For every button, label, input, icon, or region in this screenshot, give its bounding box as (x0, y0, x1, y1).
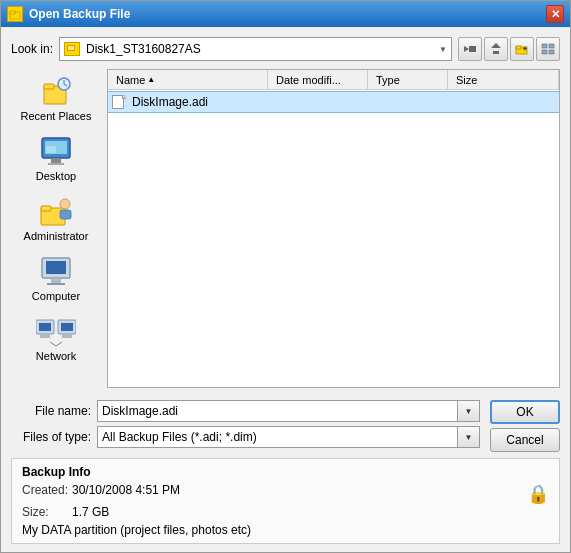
svg-rect-17 (51, 158, 61, 163)
views-button[interactable] (536, 37, 560, 61)
svg-rect-30 (40, 334, 50, 338)
sidebar-item-label-admin: Administrator (24, 230, 89, 242)
file-name-input[interactable] (97, 400, 458, 422)
sidebar-item-label-computer: Computer (32, 290, 80, 302)
svg-rect-32 (61, 323, 73, 331)
sort-arrow-icon: ▲ (147, 75, 155, 84)
sidebar: Recent Places Desktop (11, 69, 101, 388)
look-in-label: Look in: (11, 42, 53, 56)
nav-buttons (458, 37, 560, 61)
action-buttons: OK Cancel (490, 400, 560, 452)
network-icon (36, 316, 76, 348)
ok-button[interactable]: OK (490, 400, 560, 424)
title-bar-left: Open Backup File (7, 6, 130, 22)
backup-created-label: Created: (22, 483, 72, 497)
file-list-header: Name ▲ Date modifi... Type Size (108, 70, 559, 90)
svg-rect-19 (46, 146, 56, 153)
svg-rect-11 (44, 84, 54, 89)
back-button[interactable] (458, 37, 482, 61)
administrator-icon (36, 196, 76, 228)
look-in-value: Disk1_ST3160827AS (86, 42, 433, 56)
backup-info-size-row: Size: 1.7 GB (22, 505, 549, 519)
svg-rect-33 (62, 334, 72, 338)
col-header-name[interactable]: Name ▲ (108, 70, 268, 89)
file-name-input-wrap: ▼ (97, 400, 480, 422)
svg-rect-26 (51, 278, 61, 283)
look-in-dropdown[interactable]: Disk1_ST3160827AS ▼ (59, 37, 452, 61)
look-in-folder-icon (64, 42, 80, 56)
desktop-icon (36, 136, 76, 168)
chevron-down-icon: ▼ (439, 45, 447, 54)
file-type-dropdown-btn[interactable]: ▼ (458, 426, 480, 448)
up-button[interactable] (484, 37, 508, 61)
sidebar-item-label-network: Network (36, 350, 76, 362)
backup-size-label: Size: (22, 505, 72, 519)
backup-info-description: My DATA partition (project files, photos… (22, 523, 549, 537)
svg-rect-18 (48, 163, 64, 165)
svg-rect-29 (39, 323, 51, 331)
close-button[interactable]: ✕ (546, 5, 564, 23)
recent-places-icon (36, 76, 76, 108)
fields-and-info: File name: ▼ Files of type: ▼ (11, 400, 480, 448)
svg-line-35 (56, 342, 62, 346)
cancel-button[interactable]: Cancel (490, 428, 560, 452)
svg-point-22 (60, 199, 70, 209)
sidebar-item-admin[interactable]: Administrator (13, 191, 99, 247)
computer-icon (36, 256, 76, 288)
file-name-row: File name: ▼ (11, 400, 480, 422)
svg-rect-1 (10, 11, 15, 14)
backup-created-value: 30/10/2008 4:51 PM (72, 483, 180, 497)
col-header-date[interactable]: Date modifi... (268, 70, 368, 89)
dialog-icon (7, 6, 23, 22)
sidebar-item-desktop[interactable]: Desktop (13, 131, 99, 187)
file-list-body: DiskImage.adi (108, 90, 559, 387)
svg-rect-3 (516, 46, 521, 49)
sidebar-item-recent[interactable]: Recent Places (13, 71, 99, 127)
col-header-size[interactable]: Size (448, 70, 559, 89)
file-list: Name ▲ Date modifi... Type Size (107, 69, 560, 388)
file-type-row: Files of type: ▼ (11, 426, 480, 448)
file-name-label: File name: (11, 404, 91, 418)
svg-line-34 (50, 342, 56, 346)
lock-icon: 🔒 (527, 483, 549, 505)
rows-wrap: File name: ▼ Files of type: ▼ (11, 400, 560, 452)
backup-size-value: 1.7 GB (72, 505, 109, 519)
svg-rect-9 (549, 50, 554, 54)
file-name-cell: DiskImage.adi (132, 95, 284, 109)
svg-rect-23 (60, 210, 71, 219)
file-name-dropdown-btn[interactable]: ▼ (458, 400, 480, 422)
bottom-area: File name: ▼ Files of type: ▼ (11, 394, 560, 544)
backup-info-created-row: Created: 30/10/2008 4:51 PM 🔒 (22, 483, 549, 505)
backup-info-box: Backup Info Created: 30/10/2008 4:51 PM … (11, 458, 560, 544)
svg-rect-27 (47, 283, 65, 285)
backup-info-title: Backup Info (22, 465, 549, 479)
dialog-title: Open Backup File (29, 7, 130, 21)
file-type-input-wrap: ▼ (97, 426, 480, 448)
look-in-row: Look in: Disk1_ST3160827AS ▼ (11, 35, 560, 63)
sidebar-item-label-recent: Recent Places (21, 110, 92, 122)
svg-rect-8 (542, 50, 547, 54)
svg-rect-6 (542, 44, 547, 48)
file-type-label: Files of type: (11, 430, 91, 444)
title-bar: Open Backup File ✕ (1, 1, 570, 27)
col-header-type[interactable]: Type (368, 70, 448, 89)
file-type-icon (112, 95, 128, 109)
svg-rect-7 (549, 44, 554, 48)
sidebar-item-label-desktop: Desktop (36, 170, 76, 182)
sidebar-item-network[interactable]: Network (13, 311, 99, 367)
file-item[interactable]: DiskImage.adi (108, 92, 559, 112)
svg-rect-25 (46, 261, 66, 274)
svg-rect-21 (41, 206, 51, 211)
main-area: Recent Places Desktop (11, 69, 560, 388)
open-backup-dialog: Open Backup File ✕ Look in: Disk1_ST3160… (0, 0, 571, 553)
sidebar-item-computer[interactable]: Computer (13, 251, 99, 307)
file-type-input[interactable] (97, 426, 458, 448)
new-folder-button[interactable] (510, 37, 534, 61)
dialog-body: Look in: Disk1_ST3160827AS ▼ (1, 27, 570, 552)
